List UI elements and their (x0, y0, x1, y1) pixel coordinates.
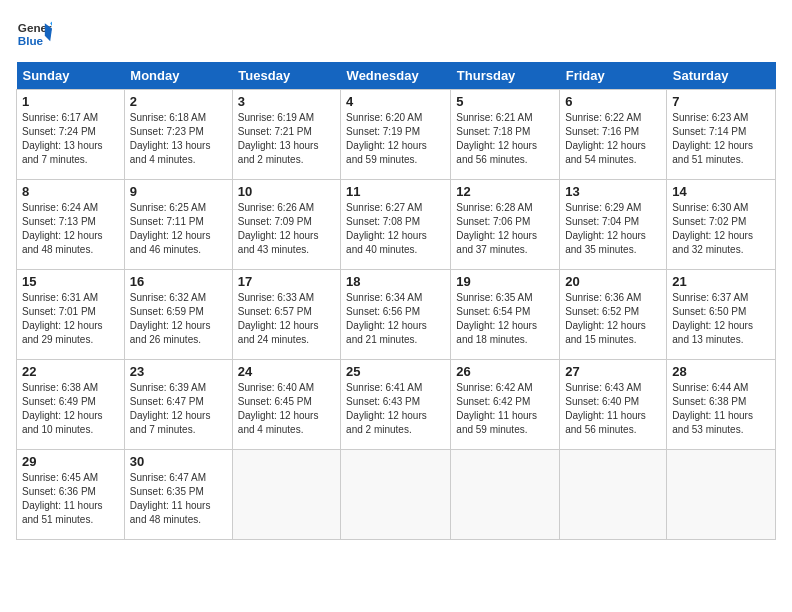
weekday-header-wednesday: Wednesday (341, 62, 451, 90)
calendar-day-cell (341, 450, 451, 540)
calendar-day-cell (667, 450, 776, 540)
day-info: Sunrise: 6:17 AM Sunset: 7:24 PM Dayligh… (22, 111, 119, 167)
weekday-header-thursday: Thursday (451, 62, 560, 90)
calendar-day-cell: 25Sunrise: 6:41 AM Sunset: 6:43 PM Dayli… (341, 360, 451, 450)
calendar-week-row: 8Sunrise: 6:24 AM Sunset: 7:13 PM Daylig… (17, 180, 776, 270)
calendar-day-cell: 29Sunrise: 6:45 AM Sunset: 6:36 PM Dayli… (17, 450, 125, 540)
day-number: 29 (22, 454, 119, 469)
day-info: Sunrise: 6:35 AM Sunset: 6:54 PM Dayligh… (456, 291, 554, 347)
calendar-day-cell (232, 450, 340, 540)
day-info: Sunrise: 6:33 AM Sunset: 6:57 PM Dayligh… (238, 291, 335, 347)
day-number: 17 (238, 274, 335, 289)
day-info: Sunrise: 6:28 AM Sunset: 7:06 PM Dayligh… (456, 201, 554, 257)
weekday-header-monday: Monday (124, 62, 232, 90)
calendar-day-cell: 11Sunrise: 6:27 AM Sunset: 7:08 PM Dayli… (341, 180, 451, 270)
day-info: Sunrise: 6:39 AM Sunset: 6:47 PM Dayligh… (130, 381, 227, 437)
day-info: Sunrise: 6:37 AM Sunset: 6:50 PM Dayligh… (672, 291, 770, 347)
day-number: 22 (22, 364, 119, 379)
calendar-day-cell: 5Sunrise: 6:21 AM Sunset: 7:18 PM Daylig… (451, 90, 560, 180)
day-info: Sunrise: 6:27 AM Sunset: 7:08 PM Dayligh… (346, 201, 445, 257)
day-info: Sunrise: 6:26 AM Sunset: 7:09 PM Dayligh… (238, 201, 335, 257)
calendar-day-cell: 18Sunrise: 6:34 AM Sunset: 6:56 PM Dayli… (341, 270, 451, 360)
day-info: Sunrise: 6:31 AM Sunset: 7:01 PM Dayligh… (22, 291, 119, 347)
svg-text:Blue: Blue (18, 34, 44, 47)
day-number: 20 (565, 274, 661, 289)
calendar-day-cell: 16Sunrise: 6:32 AM Sunset: 6:59 PM Dayli… (124, 270, 232, 360)
weekday-header-row: SundayMondayTuesdayWednesdayThursdayFrid… (17, 62, 776, 90)
day-number: 30 (130, 454, 227, 469)
weekday-header-sunday: Sunday (17, 62, 125, 90)
day-info: Sunrise: 6:47 AM Sunset: 6:35 PM Dayligh… (130, 471, 227, 527)
day-number: 12 (456, 184, 554, 199)
day-number: 2 (130, 94, 227, 109)
day-info: Sunrise: 6:32 AM Sunset: 6:59 PM Dayligh… (130, 291, 227, 347)
day-info: Sunrise: 6:34 AM Sunset: 6:56 PM Dayligh… (346, 291, 445, 347)
calendar-day-cell: 19Sunrise: 6:35 AM Sunset: 6:54 PM Dayli… (451, 270, 560, 360)
logo-icon: General Blue (16, 16, 52, 52)
calendar-day-cell: 13Sunrise: 6:29 AM Sunset: 7:04 PM Dayli… (560, 180, 667, 270)
calendar-week-row: 29Sunrise: 6:45 AM Sunset: 6:36 PM Dayli… (17, 450, 776, 540)
calendar-day-cell: 26Sunrise: 6:42 AM Sunset: 6:42 PM Dayli… (451, 360, 560, 450)
day-number: 13 (565, 184, 661, 199)
calendar-day-cell: 30Sunrise: 6:47 AM Sunset: 6:35 PM Dayli… (124, 450, 232, 540)
day-info: Sunrise: 6:36 AM Sunset: 6:52 PM Dayligh… (565, 291, 661, 347)
weekday-header-tuesday: Tuesday (232, 62, 340, 90)
calendar-day-cell: 24Sunrise: 6:40 AM Sunset: 6:45 PM Dayli… (232, 360, 340, 450)
calendar-day-cell: 15Sunrise: 6:31 AM Sunset: 7:01 PM Dayli… (17, 270, 125, 360)
day-number: 28 (672, 364, 770, 379)
calendar-day-cell: 12Sunrise: 6:28 AM Sunset: 7:06 PM Dayli… (451, 180, 560, 270)
calendar-day-cell (560, 450, 667, 540)
day-number: 3 (238, 94, 335, 109)
day-number: 15 (22, 274, 119, 289)
day-number: 26 (456, 364, 554, 379)
day-number: 7 (672, 94, 770, 109)
day-number: 6 (565, 94, 661, 109)
day-info: Sunrise: 6:45 AM Sunset: 6:36 PM Dayligh… (22, 471, 119, 527)
calendar-day-cell: 21Sunrise: 6:37 AM Sunset: 6:50 PM Dayli… (667, 270, 776, 360)
day-number: 18 (346, 274, 445, 289)
day-number: 9 (130, 184, 227, 199)
calendar-day-cell: 27Sunrise: 6:43 AM Sunset: 6:40 PM Dayli… (560, 360, 667, 450)
day-info: Sunrise: 6:18 AM Sunset: 7:23 PM Dayligh… (130, 111, 227, 167)
day-info: Sunrise: 6:20 AM Sunset: 7:19 PM Dayligh… (346, 111, 445, 167)
day-number: 25 (346, 364, 445, 379)
day-info: Sunrise: 6:24 AM Sunset: 7:13 PM Dayligh… (22, 201, 119, 257)
calendar-table: SundayMondayTuesdayWednesdayThursdayFrid… (16, 62, 776, 540)
day-info: Sunrise: 6:21 AM Sunset: 7:18 PM Dayligh… (456, 111, 554, 167)
calendar-day-cell: 28Sunrise: 6:44 AM Sunset: 6:38 PM Dayli… (667, 360, 776, 450)
calendar-day-cell: 6Sunrise: 6:22 AM Sunset: 7:16 PM Daylig… (560, 90, 667, 180)
calendar-day-cell: 10Sunrise: 6:26 AM Sunset: 7:09 PM Dayli… (232, 180, 340, 270)
day-info: Sunrise: 6:43 AM Sunset: 6:40 PM Dayligh… (565, 381, 661, 437)
calendar-day-cell: 8Sunrise: 6:24 AM Sunset: 7:13 PM Daylig… (17, 180, 125, 270)
day-number: 16 (130, 274, 227, 289)
day-number: 21 (672, 274, 770, 289)
day-info: Sunrise: 6:44 AM Sunset: 6:38 PM Dayligh… (672, 381, 770, 437)
day-number: 8 (22, 184, 119, 199)
day-number: 1 (22, 94, 119, 109)
day-number: 19 (456, 274, 554, 289)
calendar-day-cell: 22Sunrise: 6:38 AM Sunset: 6:49 PM Dayli… (17, 360, 125, 450)
day-number: 4 (346, 94, 445, 109)
weekday-header-friday: Friday (560, 62, 667, 90)
day-info: Sunrise: 6:30 AM Sunset: 7:02 PM Dayligh… (672, 201, 770, 257)
day-number: 5 (456, 94, 554, 109)
calendar-day-cell (451, 450, 560, 540)
calendar-week-row: 15Sunrise: 6:31 AM Sunset: 7:01 PM Dayli… (17, 270, 776, 360)
day-info: Sunrise: 6:23 AM Sunset: 7:14 PM Dayligh… (672, 111, 770, 167)
weekday-header-saturday: Saturday (667, 62, 776, 90)
day-number: 24 (238, 364, 335, 379)
day-info: Sunrise: 6:42 AM Sunset: 6:42 PM Dayligh… (456, 381, 554, 437)
day-info: Sunrise: 6:40 AM Sunset: 6:45 PM Dayligh… (238, 381, 335, 437)
day-info: Sunrise: 6:19 AM Sunset: 7:21 PM Dayligh… (238, 111, 335, 167)
day-number: 10 (238, 184, 335, 199)
day-info: Sunrise: 6:22 AM Sunset: 7:16 PM Dayligh… (565, 111, 661, 167)
day-number: 27 (565, 364, 661, 379)
logo: General Blue (16, 16, 52, 52)
calendar-day-cell: 4Sunrise: 6:20 AM Sunset: 7:19 PM Daylig… (341, 90, 451, 180)
day-info: Sunrise: 6:38 AM Sunset: 6:49 PM Dayligh… (22, 381, 119, 437)
day-number: 11 (346, 184, 445, 199)
calendar-day-cell: 20Sunrise: 6:36 AM Sunset: 6:52 PM Dayli… (560, 270, 667, 360)
day-info: Sunrise: 6:29 AM Sunset: 7:04 PM Dayligh… (565, 201, 661, 257)
day-info: Sunrise: 6:41 AM Sunset: 6:43 PM Dayligh… (346, 381, 445, 437)
day-number: 23 (130, 364, 227, 379)
